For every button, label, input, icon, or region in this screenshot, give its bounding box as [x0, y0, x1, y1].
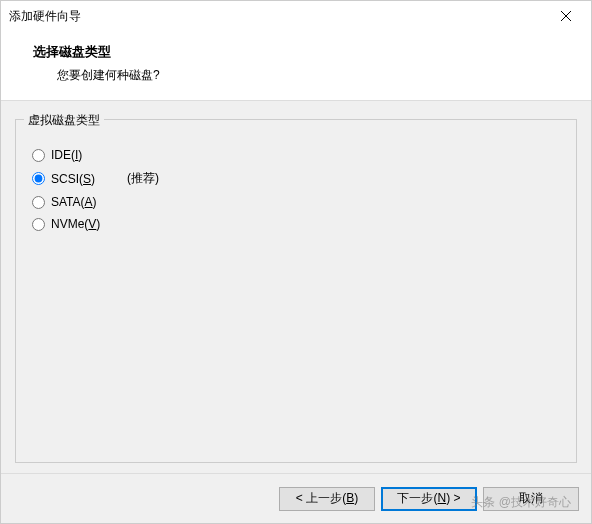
- close-icon: [561, 11, 571, 21]
- titlebar: 添加硬件向导: [1, 1, 591, 31]
- content-area: 虚拟磁盘类型 IDE(I) SCSI(S) (推荐) SATA(A) NVMe(…: [1, 101, 591, 481]
- radio-option-scsi[interactable]: SCSI(S) (推荐): [32, 170, 560, 187]
- radio-option-nvme[interactable]: NVMe(V): [32, 217, 560, 231]
- radio-label-sata[interactable]: SATA(A): [51, 195, 97, 209]
- groupbox-legend: 虚拟磁盘类型: [24, 112, 104, 129]
- close-button[interactable]: [551, 6, 581, 26]
- cancel-button[interactable]: 取消: [483, 487, 579, 511]
- wizard-footer: < 上一步(B) 下一步(N) > 取消: [1, 473, 591, 523]
- radio-ide[interactable]: [32, 149, 45, 162]
- radio-label-nvme[interactable]: NVMe(V): [51, 217, 100, 231]
- radio-option-sata[interactable]: SATA(A): [32, 195, 560, 209]
- radio-nvme[interactable]: [32, 218, 45, 231]
- radio-sata[interactable]: [32, 196, 45, 209]
- disk-type-groupbox: 虚拟磁盘类型 IDE(I) SCSI(S) (推荐) SATA(A) NVMe(…: [15, 119, 577, 463]
- next-button[interactable]: 下一步(N) >: [381, 487, 477, 511]
- radio-option-ide[interactable]: IDE(I): [32, 148, 560, 162]
- recommend-label: (推荐): [127, 170, 159, 187]
- window-title: 添加硬件向导: [9, 8, 81, 25]
- wizard-header: 选择磁盘类型 您要创建何种磁盘?: [1, 31, 591, 101]
- page-subtitle: 您要创建何种磁盘?: [57, 67, 591, 84]
- radio-scsi[interactable]: [32, 172, 45, 185]
- back-button[interactable]: < 上一步(B): [279, 487, 375, 511]
- page-title: 选择磁盘类型: [33, 43, 591, 61]
- radio-label-ide[interactable]: IDE(I): [51, 148, 82, 162]
- radio-label-scsi[interactable]: SCSI(S): [51, 172, 95, 186]
